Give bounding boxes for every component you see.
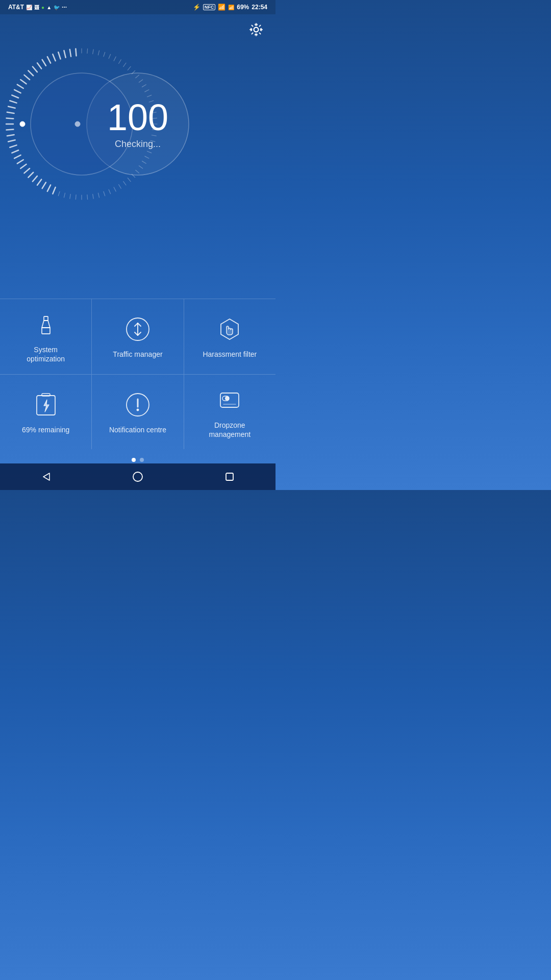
traffic-manager-label: Traffic manager xyxy=(113,350,162,359)
svg-line-69 xyxy=(12,95,18,97)
traffic-manager-cell[interactable]: Traffic manager xyxy=(92,299,184,374)
svg-line-81 xyxy=(64,51,65,58)
dropzone-icon xyxy=(216,387,243,413)
svg-rect-93 xyxy=(42,394,50,396)
svg-line-68 xyxy=(10,101,16,103)
svg-line-18 xyxy=(145,90,149,92)
app-icon-5: 🐦 xyxy=(54,5,60,10)
svg-line-13 xyxy=(128,66,131,70)
harassment-filter-cell[interactable]: Harassment filter xyxy=(184,299,276,374)
svg-line-42 xyxy=(93,194,93,199)
svg-line-67 xyxy=(8,106,15,108)
gear-icon xyxy=(249,22,263,37)
svg-line-77 xyxy=(42,60,46,66)
svg-line-53 xyxy=(33,176,37,182)
gauge-center: 100 Checking... xyxy=(107,99,168,150)
svg-line-37 xyxy=(119,185,121,189)
svg-point-85 xyxy=(20,121,25,127)
svg-line-74 xyxy=(28,70,33,76)
svg-line-9 xyxy=(109,54,110,58)
svg-line-78 xyxy=(47,57,51,63)
svg-line-14 xyxy=(132,70,135,74)
svg-line-34 xyxy=(132,174,135,177)
system-optimization-label: Systemoptimization xyxy=(27,345,65,363)
svg-marker-87 xyxy=(42,321,50,328)
nav-bar xyxy=(0,463,276,490)
svg-line-5 xyxy=(87,48,88,53)
svg-line-63 xyxy=(6,130,13,130)
svg-line-16 xyxy=(139,80,142,82)
svg-line-8 xyxy=(104,52,105,57)
status-right: ⚡ NFC 📶 📶 69% 22:54 xyxy=(193,4,267,11)
battery-remaining-cell[interactable]: 69% remaining xyxy=(0,375,92,449)
nfc-label: NFC xyxy=(203,4,216,10)
svg-line-31 xyxy=(142,161,146,164)
dropzone-management-label: Dropzonemanagement xyxy=(209,421,251,439)
battery-label: 69% xyxy=(237,4,249,11)
svg-marker-101 xyxy=(43,473,49,480)
svg-line-76 xyxy=(37,63,41,68)
svg-line-73 xyxy=(24,75,30,80)
svg-line-79 xyxy=(53,54,55,61)
svg-rect-89 xyxy=(44,316,48,321)
svg-line-80 xyxy=(58,52,60,59)
system-optimization-cell[interactable]: Systemoptimization xyxy=(0,299,92,374)
svg-point-102 xyxy=(133,472,142,481)
time-label: 22:54 xyxy=(252,4,267,11)
notification-centre-label: Notification centre xyxy=(109,425,166,434)
svg-line-56 xyxy=(20,164,26,168)
grid-row-2: 69% remaining Notification centre xyxy=(0,374,276,449)
svg-line-45 xyxy=(76,195,76,200)
dropzone-management-cell[interactable]: Dropzonemanagement xyxy=(184,375,276,449)
gauge-value: 100 xyxy=(107,99,168,136)
app-icon-1: 📈 xyxy=(26,5,32,10)
svg-line-52 xyxy=(37,179,41,185)
svg-line-6 xyxy=(93,50,93,54)
page-indicators xyxy=(0,458,276,462)
gauge-status: Checking... xyxy=(115,139,161,150)
back-button[interactable] xyxy=(35,465,57,488)
svg-line-57 xyxy=(17,160,23,163)
svg-line-43 xyxy=(87,195,88,200)
svg-rect-86 xyxy=(42,328,50,334)
status-bar: AT&T 📈 🖼 ● ▲ 🐦 ··· ⚡ NFC 📶 📶 69% 22:54 xyxy=(0,0,276,14)
app-icon-3: ● xyxy=(41,5,44,10)
svg-line-71 xyxy=(17,85,23,88)
more-apps-label: ··· xyxy=(62,4,67,11)
carrier-label: AT&T xyxy=(8,4,24,11)
svg-line-72 xyxy=(20,80,26,84)
signal-icon: 📶 xyxy=(228,5,234,10)
svg-line-40 xyxy=(104,191,105,196)
svg-line-46 xyxy=(70,194,70,199)
svg-line-35 xyxy=(128,178,131,182)
grid-row-1: Systemoptimization Traffic manager xyxy=(0,299,276,374)
recents-button[interactable] xyxy=(218,465,241,488)
page-dot-1[interactable] xyxy=(132,458,136,462)
svg-line-59 xyxy=(12,150,18,153)
battery-remaining-label: 69% remaining xyxy=(22,425,69,434)
wifi-icon: 📶 xyxy=(218,4,226,11)
home-button[interactable] xyxy=(127,465,149,488)
svg-line-39 xyxy=(109,189,110,193)
svg-line-50 xyxy=(47,185,51,191)
svg-line-66 xyxy=(7,112,14,113)
svg-line-15 xyxy=(136,75,139,78)
status-left: AT&T 📈 🖼 ● ▲ 🐦 ··· xyxy=(8,4,67,11)
svg-line-30 xyxy=(145,156,149,158)
svg-point-1 xyxy=(254,28,259,32)
hand-icon xyxy=(216,316,243,342)
svg-line-38 xyxy=(114,187,116,191)
page-dot-2[interactable] xyxy=(140,458,144,462)
app-icon-2: 🖼 xyxy=(34,5,39,10)
svg-line-65 xyxy=(6,118,13,118)
notification-centre-cell[interactable]: Notification centre xyxy=(92,375,184,449)
app-icon-4: ▲ xyxy=(46,5,52,10)
svg-line-11 xyxy=(119,60,121,64)
settings-button[interactable] xyxy=(247,20,265,39)
gauge-container: 100 Checking... xyxy=(0,42,276,206)
battery-icon xyxy=(33,391,59,418)
svg-line-62 xyxy=(7,135,14,136)
svg-line-33 xyxy=(136,170,139,173)
svg-line-41 xyxy=(98,193,99,198)
svg-line-47 xyxy=(64,193,65,198)
